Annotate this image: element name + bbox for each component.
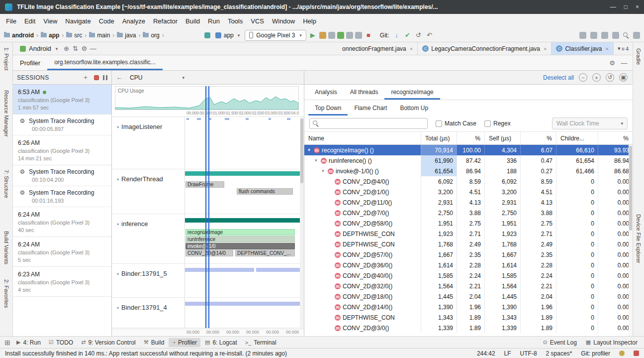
wrench-icon[interactable] [204, 32, 210, 38]
column-self[interactable]: Self (µs) [484, 132, 520, 144]
gear-icon[interactable]: ⚙ [80, 44, 89, 53]
session-recording-item[interactable]: ⚙System Trace Recording 00:01:16.193 [13, 186, 111, 207]
breadcrumb-android[interactable]: android [4, 32, 34, 39]
calltree-row[interactable]: mCONV_2D@7/0()2,7503.882,7503.8800.00 [304, 208, 633, 218]
close-tab-icon[interactable]: × [544, 46, 547, 52]
menu-refactor[interactable]: Refactor [149, 15, 182, 27]
calltree-row[interactable]: mCONV_2D@3/0()1,3391.891,3391.8900.00 [304, 323, 633, 333]
calltree-row[interactable]: mCONV_2D@4/0()6,0928.596,0928.5900.00 [304, 176, 633, 187]
toolwindow-todo[interactable]: ☑TODO [45, 338, 77, 347]
update-project-icon[interactable]: ↓ [392, 31, 401, 40]
history-icon[interactable]: ↺ [414, 31, 423, 40]
session-recording-item[interactable]: ⚙System Trace Recording 00:00:05.897 [13, 115, 111, 135]
thread-track[interactable]: recognizeImage runInference invoke@-1/0 … [185, 214, 300, 263]
thread-row-inference[interactable]: ▾inference recognizeImage runInference i… [112, 214, 304, 264]
calltree-row[interactable]: mCONV_2D@57/0()1,6672.351,6672.3500.00 [304, 249, 633, 260]
toolwindow-switcher-icon[interactable]: ⊞ [3, 338, 12, 347]
session-item[interactable]: 6:24 AM classification (Google Pixel 3) … [13, 207, 111, 237]
table-scrollbar[interactable] [629, 145, 633, 336]
locate-file-icon[interactable]: ⊕ [62, 44, 71, 53]
toolwindow-button-resource-manager[interactable]: Resource Manager [3, 90, 9, 137]
debug-icon[interactable] [337, 32, 344, 39]
trace-span[interactable]: recognizeImage [185, 229, 295, 236]
calltree-row[interactable]: mCONV_2D@18/0()1,4452.041,4452.0400.00 [304, 291, 633, 302]
run-config-select[interactable]: app ▾ [212, 31, 243, 40]
collapse-arrow-icon[interactable]: ▾ [117, 177, 119, 182]
toolwindow-terminal[interactable]: >_Terminal [242, 338, 280, 347]
match-case-checkbox[interactable]: Match Case [436, 120, 476, 127]
line-ending-indicator[interactable]: LF [504, 350, 511, 357]
column-total[interactable]: Total (µs) [421, 132, 457, 144]
menu-vcs[interactable]: VCS [247, 15, 268, 27]
minimize-button[interactable]: — [610, 3, 616, 10]
toolwindow-layout-inspector[interactable]: ▦Layout Inspector [582, 338, 641, 347]
toolwindow-9-version-control[interactable]: ⇄9: Version Control [78, 338, 139, 347]
zoom-out-icon[interactable]: − [579, 73, 587, 82]
tab-flame-chart[interactable]: Flame Chart [348, 100, 393, 116]
tab-recognize-image[interactable]: recognizeImage [384, 85, 440, 100]
thread-label[interactable]: ▾Binder:13791_4 [112, 298, 185, 328]
bell-icon[interactable] [619, 351, 625, 356]
menu-help[interactable]: Help [299, 15, 320, 27]
sync-project-icon[interactable] [579, 32, 586, 39]
menu-analyze[interactable]: Analyze [118, 15, 149, 27]
thread-track[interactable] [185, 298, 300, 328]
tab-connection-fragment[interactable]: onnectionFragment.java × [338, 42, 418, 55]
trace-span[interactable]: DEPTHWISE_CONV_... [235, 250, 295, 256]
menu-build[interactable]: Build [182, 15, 204, 27]
filter-input[interactable] [322, 120, 424, 127]
calltree-row[interactable]: mCONV_2D@11/0()2,9314.132,9314.1300.00 [304, 197, 633, 208]
calltree-row[interactable]: mDEPTHWISE_CON1,9232.711,9232.7100.00 [304, 229, 633, 239]
scroll-from-source-icon[interactable]: ⇅ [71, 44, 80, 53]
zoom-in-icon[interactable]: + [592, 73, 601, 82]
trace-span[interactable]: CONV_2D@14/0 [185, 250, 233, 256]
menu-run[interactable]: Run [204, 15, 224, 27]
menu-navigate[interactable]: Navigate [61, 15, 94, 27]
encoding-indicator[interactable]: UTF-8 [520, 350, 537, 357]
reset-zoom-icon[interactable]: ↺ [606, 73, 614, 82]
close-tab-icon[interactable]: × [605, 46, 608, 52]
layout-inspector-icon[interactable] [612, 32, 619, 39]
calltree-row[interactable]: ▼minvoke@-1/0() ()61,65486.941880.2761,4… [304, 166, 633, 176]
rollback-icon[interactable]: ↶ [425, 31, 434, 40]
toolwindow-4-run[interactable]: ▶4: Run [13, 338, 44, 347]
breadcrumb-app[interactable]: app [41, 32, 59, 39]
device-manager-icon[interactable] [590, 32, 597, 39]
search-everywhere-icon[interactable] [623, 32, 629, 38]
thread-label[interactable]: ▾Binder:13791_5 [112, 264, 185, 297]
menu-window[interactable]: Window [268, 15, 299, 27]
maximize-button[interactable]: □ [624, 3, 628, 10]
hide-panel-icon[interactable]: — [89, 44, 97, 53]
calltree-row[interactable]: mCONV_2D@58/0()1,9512.751,9512.7500.00 [304, 218, 633, 229]
trace-span[interactable]: runInference [185, 236, 295, 242]
menu-tools[interactable]: Tools [224, 15, 247, 27]
collapse-arrow-icon[interactable]: ▾ [117, 306, 119, 310]
zoom-to-selection-icon[interactable]: ▣ [619, 73, 628, 82]
close-button[interactable]: × [636, 3, 639, 10]
expand-arrow-icon[interactable]: ▼ [320, 169, 326, 173]
collapse-arrow-icon[interactable]: ▾ [117, 125, 119, 129]
collapse-sessions-icon[interactable] [103, 75, 107, 80]
tab-classifier[interactable]: C Classifier.java × [552, 42, 613, 55]
cpu-usage-chart[interactable]: CPU Usage 00.00000.50001.00001.50002.000… [112, 85, 304, 117]
column-self-pct[interactable]: % [520, 132, 556, 144]
trace-span[interactable]: flush commands [237, 188, 293, 195]
thread-track[interactable]: DrawFrame flush commands [185, 169, 300, 214]
profiler-session-tab[interactable]: org.tensorflow.lite.examples.classific..… [47, 55, 162, 70]
stop-icon[interactable]: ■ [364, 31, 373, 40]
caret-position[interactable]: 244:42 [477, 350, 495, 357]
device-select[interactable]: Google Pixel 3 ▾ [245, 30, 306, 41]
sdk-manager-icon[interactable] [601, 32, 608, 39]
run-icon[interactable]: ▶ [308, 31, 317, 40]
profiler-view-select[interactable]: CPU ▾ [127, 73, 187, 82]
back-icon[interactable]: ← [115, 73, 124, 82]
calltree-row[interactable]: mCONV_2D@40/0()1,5852.241,5852.2400.00 [304, 270, 633, 281]
stop-recording-button[interactable] [94, 75, 99, 80]
toolwindow-button-7-structure[interactable]: 7: Structure [3, 170, 9, 198]
menu-edit[interactable]: Edit [20, 15, 39, 27]
commit-icon[interactable]: ✔ [403, 31, 412, 40]
hidden-tabs-button[interactable]: ▾ ≡ 4 [614, 45, 633, 52]
thread-label[interactable]: ▾inference [112, 214, 185, 263]
calltree-row[interactable]: mCONV_2D@32/0()1,5642.211,5642.2100.00 [304, 281, 633, 291]
toolwindow-button-device-file-explorer[interactable]: Device File Explorer [636, 214, 642, 263]
